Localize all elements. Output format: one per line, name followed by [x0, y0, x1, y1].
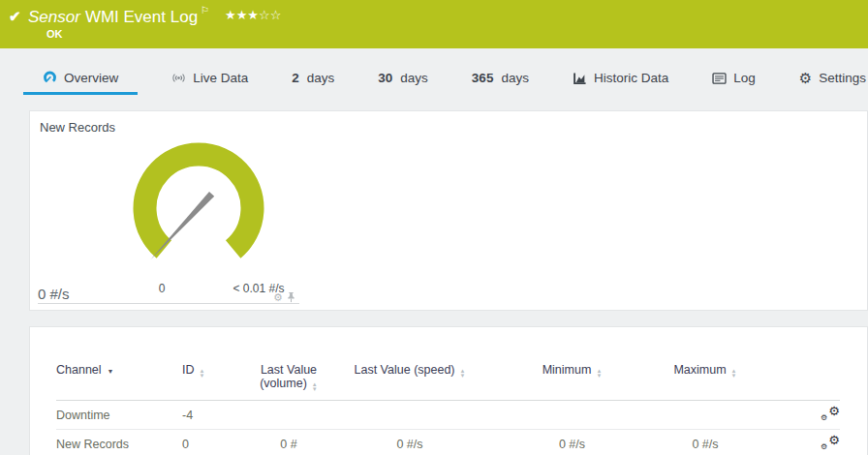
priority-flag-icon[interactable]: ⚐: [201, 5, 209, 15]
channel-table: Channel▼ ID▲▼ Last Value (volume)▲▼ Last…: [56, 327, 840, 455]
column-header-maximum-label: Maximum: [673, 363, 726, 377]
column-header-channel-label: Channel: [56, 363, 102, 377]
tab-settings[interactable]: ⚙ Settings: [790, 48, 868, 95]
gauge-icon: [43, 71, 57, 85]
column-header-minimum[interactable]: Minimum▲▼: [482, 327, 662, 401]
tab-settings-label: Settings: [819, 71, 866, 85]
status-ok-check-icon: ✔: [9, 8, 21, 25]
sensor-kicker: Sensor: [28, 8, 80, 26]
tab-365-days-number: 365: [472, 71, 494, 85]
gear-small-icon: ⚙: [821, 414, 827, 422]
tab-2-days-label: days: [307, 71, 335, 85]
channel-settings-gears-icon[interactable]: ⚙ ⚙: [821, 407, 840, 421]
channel-table-panel: Channel▼ ID▲▼ Last Value (volume)▲▼ Last…: [29, 326, 868, 455]
gauge-channel-label: New Records: [40, 120, 115, 135]
sort-desc-icon: ▼: [108, 368, 114, 375]
gear-small-icon: ⚙: [821, 443, 827, 451]
cell-id: -4: [182, 401, 240, 430]
tab-live-data[interactable]: Live Data: [162, 48, 258, 95]
overview-gauge-panel: New Records 0 < 0.01 #/s 0 #/s ⚙: [29, 110, 868, 311]
cell-channel: New Records: [56, 430, 182, 455]
star-rating[interactable]: ★★★☆☆: [225, 8, 281, 22]
page-title: SensorWMI Event Log⚐★★★☆☆: [28, 5, 281, 27]
area-chart-icon: [573, 72, 587, 85]
column-header-id-label: ID: [182, 363, 195, 377]
column-header-minimum-label: Minimum: [542, 363, 592, 377]
cell-last-value-speed: 0 #/s: [337, 430, 482, 455]
gauge-settings-gear-icon[interactable]: ⚙: [273, 292, 283, 303]
cell-maximum: [662, 401, 749, 430]
tab-live-data-label: Live Data: [193, 71, 248, 85]
column-header-channel[interactable]: Channel▼: [56, 327, 182, 401]
gauge-actions: ⚙: [273, 291, 295, 303]
sensor-name: WMI Event Log: [85, 8, 198, 26]
cell-minimum: 0 #/s: [482, 430, 662, 455]
live-broadcast-icon: [171, 72, 186, 84]
column-header-actions: [749, 327, 840, 401]
column-header-maximum[interactable]: Maximum▲▼: [662, 327, 749, 401]
gear-big-icon: ⚙: [828, 405, 840, 417]
tab-30-days-number: 30: [378, 71, 392, 85]
gauge-current-value: 0 #/s: [38, 286, 70, 302]
column-header-lvv-line1: Last Value: [261, 363, 317, 377]
pin-icon[interactable]: [287, 291, 295, 303]
tab-2-days-number: 2: [292, 71, 299, 85]
status-badge: OK: [46, 28, 63, 40]
log-list-icon: [712, 73, 727, 84]
cell-actions: ⚙ ⚙: [749, 430, 840, 455]
column-header-last-value-volume[interactable]: Last Value (volume)▲▼: [240, 327, 337, 401]
column-header-last-value-speed[interactable]: Last Value (speed)▲▼: [337, 327, 482, 401]
cell-channel: Downtime: [56, 401, 182, 430]
cell-last-value-volume: [240, 401, 337, 430]
tab-log[interactable]: Log: [702, 48, 765, 95]
sort-icon: ▲▼: [596, 369, 602, 378]
cell-last-value-volume: 0 #: [240, 430, 337, 455]
column-header-lvv-line2: (volume): [260, 377, 307, 390]
tab-30-days[interactable]: 30 days: [368, 48, 438, 95]
sort-icon: ▲▼: [312, 382, 318, 391]
column-header-id[interactable]: ID▲▼: [182, 327, 240, 401]
tab-30-days-label: days: [400, 71, 428, 85]
gauge-min-label: 0: [142, 282, 181, 295]
sort-icon: ▲▼: [460, 369, 466, 378]
cell-last-value-speed: [337, 401, 482, 430]
cell-minimum: [482, 401, 662, 430]
tab-log-label: Log: [733, 71, 756, 85]
stars-filled[interactable]: ★★★: [225, 8, 259, 22]
tab-365-days[interactable]: 365 days: [462, 48, 539, 95]
tab-historic-data[interactable]: Historic Data: [563, 48, 678, 95]
table-row-downtime: Downtime -4 ⚙ ⚙: [56, 401, 840, 430]
new-records-gauge: [126, 138, 271, 279]
tab-overview-label: Overview: [64, 71, 118, 85]
cell-id: 0: [182, 430, 240, 455]
tab-historic-data-label: Historic Data: [594, 71, 668, 85]
table-row-new-records: New Records 0 0 # 0 #/s 0 #/s 0 #/s ⚙ ⚙: [56, 430, 840, 455]
channel-table-header-row: Channel▼ ID▲▼ Last Value (volume)▲▼ Last…: [56, 327, 840, 401]
tab-365-days-label: days: [501, 71, 529, 85]
sort-icon: ▲▼: [731, 369, 737, 378]
stars-empty[interactable]: ☆☆: [259, 8, 281, 22]
sort-icon: ▲▼: [200, 369, 205, 378]
channel-settings-gears-icon[interactable]: ⚙ ⚙: [821, 436, 840, 450]
tab-bar: Overview Live Data 2 days 30 days 365 da…: [0, 48, 868, 95]
tab-overview[interactable]: Overview: [23, 48, 138, 95]
gauge-block-divider: [38, 303, 299, 304]
tab-2-days[interactable]: 2 days: [282, 48, 344, 95]
cell-maximum: 0 #/s: [662, 430, 749, 455]
gauge-max-label: < 0.01 #/s: [201, 282, 317, 295]
cell-actions: ⚙ ⚙: [749, 401, 840, 430]
column-header-lvs-label: Last Value (speed): [355, 363, 455, 377]
gear-big-icon: ⚙: [828, 434, 840, 446]
gear-icon: ⚙: [799, 71, 812, 85]
sensor-header: ✔ SensorWMI Event Log⚐★★★☆☆ OK: [0, 0, 868, 48]
